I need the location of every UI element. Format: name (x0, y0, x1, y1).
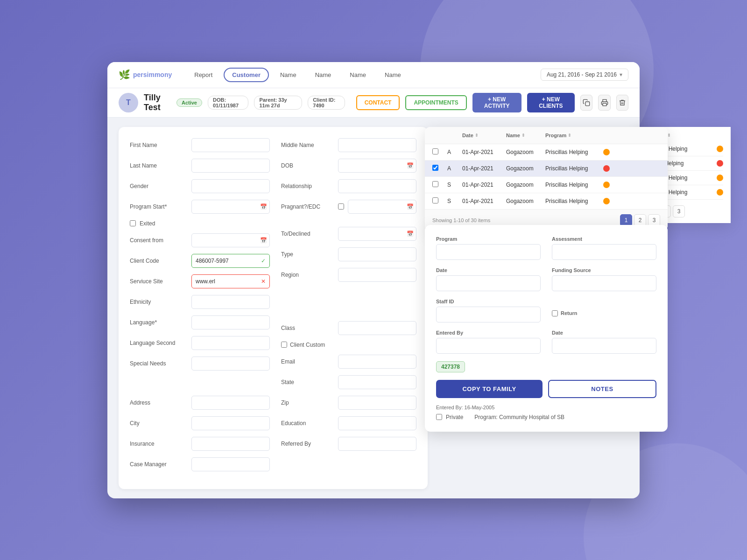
id-badge-row: 427378 (436, 361, 656, 372)
entered-by-input[interactable] (436, 338, 541, 354)
table-row[interactable]: S 01-Apr-2021 Gogazoom Priscillas Helpin… (425, 193, 668, 210)
education-row: Education (281, 416, 416, 430)
delete-icon[interactable] (616, 95, 628, 111)
form-right-column: Middle Name DOB 📅 Relationship (281, 138, 416, 478)
pregnant-checkbox[interactable] (338, 203, 344, 210)
client-code-input[interactable] (191, 254, 270, 268)
region-label: Region (281, 272, 332, 278)
zip-input[interactable] (338, 396, 416, 410)
funding-source-input[interactable] (552, 275, 656, 291)
form-panel: First Name Last Name Gender Program Star… (119, 127, 428, 489)
return-checkbox[interactable] (552, 310, 558, 316)
nav-tab-name4[interactable]: Name (377, 68, 409, 82)
row-checkbox-2[interactable] (432, 165, 445, 172)
program-detail-input[interactable] (436, 244, 541, 260)
language-input[interactable] (191, 315, 270, 329)
row-status-1 (603, 149, 616, 155)
client-custom-checkbox[interactable] (281, 342, 287, 348)
consent-from-label: Consent from (130, 237, 186, 244)
notes-button[interactable]: NOTES (548, 380, 656, 398)
special-needs-input[interactable] (191, 357, 270, 371)
case-manager-row: Case Manager (130, 457, 270, 471)
contact-button[interactable]: CONTACT (356, 95, 400, 110)
side-status-dot (717, 146, 723, 152)
relationship-row: Relationship (281, 179, 416, 193)
assessment-input[interactable] (552, 244, 656, 260)
page-btn-3[interactable]: 3 (648, 214, 660, 226)
address-input[interactable] (191, 396, 270, 410)
date-range-selector[interactable]: Aug 21, 2016 - Sep 21 2016 ▾ (541, 69, 628, 81)
row-checkbox-4[interactable] (432, 197, 445, 205)
education-input[interactable] (338, 416, 416, 430)
language-row: Language* (130, 315, 270, 329)
email-input[interactable] (338, 355, 416, 369)
row-checkbox-3[interactable] (432, 181, 445, 189)
first-name-input[interactable] (191, 138, 270, 152)
insurance-input[interactable] (191, 437, 270, 451)
class-input[interactable] (338, 321, 416, 335)
table-panel: Date ⇕ Name ⇕ Program ⇕ A 01-Apr-2021 Go… (425, 127, 668, 231)
case-manager-input[interactable] (191, 457, 270, 471)
referred-by-input[interactable] (338, 437, 416, 451)
nav-tab-name1[interactable]: Name (273, 68, 304, 82)
page-btn-2[interactable]: 2 (634, 214, 646, 226)
private-checkbox[interactable] (436, 414, 442, 420)
return-label: Return (561, 310, 577, 316)
print-icon[interactable] (598, 95, 610, 111)
to-declined-input[interactable] (338, 227, 416, 241)
date-detail-input[interactable] (436, 275, 541, 291)
sort-icon-program: ⇕ (568, 133, 571, 138)
row-letter-3: S (447, 182, 460, 188)
nav-tab-report[interactable]: Report (187, 68, 220, 82)
type-input[interactable] (338, 247, 416, 261)
copy-to-family-button[interactable]: COPY TO FAMILY (436, 380, 543, 398)
date-col-label: Date (462, 133, 473, 138)
consent-from-input[interactable] (191, 233, 270, 247)
nav-tab-name3[interactable]: Name (342, 68, 374, 82)
date2-input[interactable] (552, 338, 656, 354)
nav-tab-name2[interactable]: Name (308, 68, 339, 82)
ethnicity-input[interactable] (191, 295, 270, 309)
copy-icon[interactable] (580, 95, 592, 111)
dob-input[interactable] (338, 159, 416, 173)
to-declined-row: To/Declined 📅 (281, 227, 416, 241)
assessment-field: Assessment (552, 236, 656, 260)
table-row[interactable]: A 01-Apr-2021 Gogazoom Priscillas Helpin… (425, 144, 668, 161)
row-status-4 (603, 198, 616, 204)
last-name-input[interactable] (191, 159, 270, 173)
exited-checkbox[interactable] (130, 220, 136, 226)
status-badge: Active (176, 98, 202, 107)
gender-input[interactable] (191, 179, 270, 193)
table-header: Date ⇕ Name ⇕ Program ⇕ (425, 127, 668, 144)
assessment-label: Assessment (552, 236, 656, 242)
insurance-label: Insurance (130, 441, 186, 447)
top-nav: 🌿 persimmony Report Customer Name Name N… (107, 62, 640, 88)
program-col-label: Program (545, 133, 566, 138)
avatar: T (119, 93, 138, 112)
middle-name-row: Middle Name (281, 138, 416, 152)
city-input[interactable] (191, 416, 270, 430)
table-row[interactable]: A 01-Apr-2021 Gogazoom Priscillas Helpin… (425, 161, 668, 177)
nav-tab-customer[interactable]: Customer (224, 68, 269, 82)
side-page-btn-3[interactable]: 3 (673, 205, 685, 217)
type-row: Type (281, 247, 416, 261)
page-btn-1[interactable]: 1 (620, 214, 632, 226)
new-activity-button[interactable]: + NEW ACTIVITY (472, 93, 521, 112)
staff-id-input[interactable] (436, 307, 541, 322)
language-second-input[interactable] (191, 336, 270, 350)
row-date-2: 01-Apr-2021 (462, 165, 504, 172)
region-input[interactable] (338, 268, 416, 282)
relationship-input[interactable] (338, 179, 416, 193)
row-checkbox-1[interactable] (432, 148, 445, 156)
id-badge: 427378 (436, 361, 465, 372)
state-input[interactable] (338, 375, 416, 389)
program-start-input[interactable] (191, 200, 270, 214)
appointments-button[interactable]: APPOINTMENTS (405, 95, 466, 110)
new-clients-button[interactable]: + NEW CLIENTS (527, 93, 575, 112)
client-code-label: Client Code (130, 258, 186, 264)
table-row[interactable]: S 01-Apr-2021 Gogazoom Priscillas Helpin… (425, 177, 668, 193)
logo-icon: 🌿 (119, 69, 130, 80)
service-site-input[interactable] (191, 274, 270, 288)
service-site-label: Serviuce Site (130, 278, 186, 285)
middle-name-input[interactable] (338, 138, 416, 152)
